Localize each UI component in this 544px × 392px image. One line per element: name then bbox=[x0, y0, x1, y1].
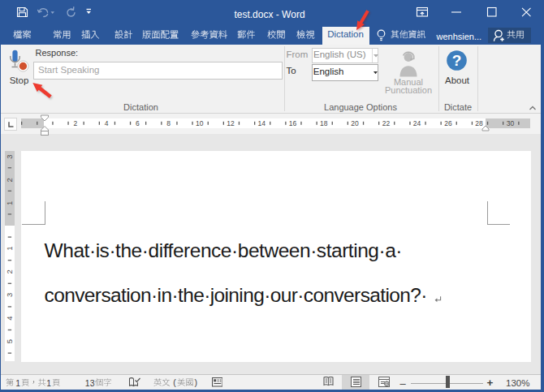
svg-text:1: 1 bbox=[5, 247, 14, 251]
svg-text:3: 3 bbox=[5, 293, 14, 297]
svg-text:1: 1 bbox=[5, 201, 14, 205]
svg-text:?: ? bbox=[452, 52, 462, 69]
svg-text:5: 5 bbox=[5, 339, 14, 343]
svg-text:3: 3 bbox=[5, 155, 14, 159]
svg-text:2: 2 bbox=[5, 178, 14, 182]
svg-text:4: 4 bbox=[5, 316, 14, 320]
svg-text:2: 2 bbox=[5, 269, 14, 274]
